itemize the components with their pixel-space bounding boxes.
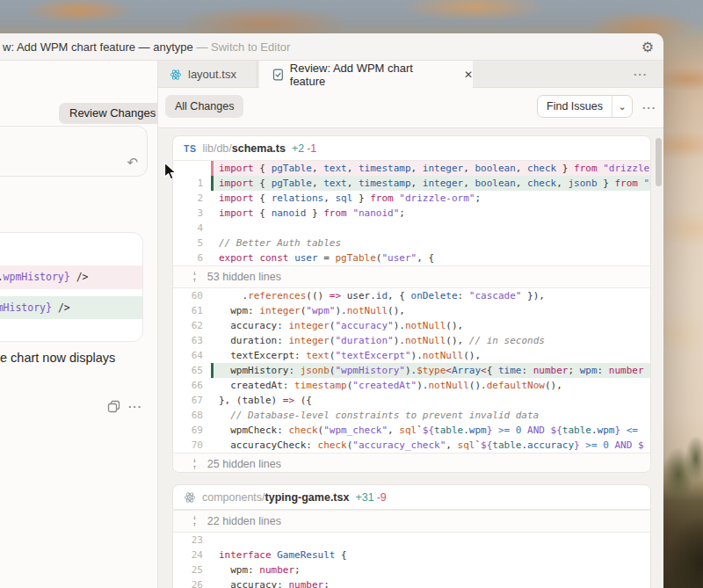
file-name: typing-game.tsx [265,491,350,504]
code-line: 5// Better Auth tables [173,236,650,250]
code-line: 3import { nanoid } from "nanoid"; [173,206,650,221]
file-header[interactable]: components/typing-game.tsx +31 -9 [173,485,650,510]
code-line: 70 accuracyCheck: check("accuracy_check"… [173,438,650,453]
tab-layout-tsx[interactable]: layout.tsx [158,61,257,88]
typescript-badge-icon: TS [184,143,196,154]
all-changes-button[interactable]: All Changes [165,95,243,118]
additions-count: +2 [292,142,304,155]
snippet-added-line: lt.wpmHistory} /> [0,296,142,319]
code-line: 67}, (table) => ({ [173,393,650,408]
code-line: 1import { pgTable, text, timestamp, inte… [173,176,650,191]
code-line: 6export const user = pgTable("user", { [173,250,650,265]
additions-count: +31 [355,491,373,504]
settings-gear-icon[interactable]: ⚙ [638,38,657,57]
react-icon [184,491,196,504]
code-line: 4 [173,221,650,236]
code-line: 63 duration: integer("duration").notNull… [173,333,650,348]
toolbar-more-icon[interactable]: ··· [642,101,656,114]
code-line: 2import { relations, sql } from "drizzle… [173,191,650,206]
code-line: 64 textExcerpt: text("textExcerpt").notN… [173,348,650,363]
react-icon [170,69,182,81]
app-window: w: Add WPM chart feature — anytype — Swi… [0,33,663,588]
undo-icon[interactable]: ↶ [127,155,138,171]
find-issues-label[interactable]: Find Issues [538,96,612,117]
code-line: 26 accuracy: number; [173,577,650,588]
close-tab-icon[interactable]: ✕ [464,69,473,81]
copy-icon[interactable] [107,400,120,413]
chat-sidebar: Review Changes ↶ esult.wpmHistory} /> lt… [0,61,158,588]
file-name: schema.ts [232,142,286,155]
code-line: 23 [173,533,650,548]
window-title: w: Add WPM chart feature — anytype — Swi… [3,40,290,54]
file-path: components/ [202,491,265,504]
code-line: 66 createdAt: timestamp("createdAt").not… [173,378,650,393]
scrollbar-thumb[interactable] [656,138,662,186]
code-line: 60 .references(() => user.id, { onDelete… [173,288,650,303]
message-more-icon[interactable]: ··· [128,400,142,413]
hidden-lines-expander[interactable]: ↓↑53 hidden lines [173,265,650,288]
file-header[interactable]: TS lib/db/schema.ts +2 -1 [173,136,650,161]
titlebar[interactable]: w: Add WPM chart feature — anytype — Swi… [0,33,663,61]
file-card-typing-game-tsx: components/typing-game.tsx +31 -9 ↓↑22 h… [172,484,651,588]
code-line: 65 wpmHistory: jsonb("wpmHistory").$type… [173,363,650,378]
message-input-box[interactable]: ↶ [0,126,148,177]
switch-to-editor-link[interactable]: — Switch to Editor [193,40,291,54]
tab-label: Review: Add WPM chart feature [290,62,449,88]
tab-label: layout.tsx [188,68,236,81]
chevron-down-icon[interactable]: ⌄ [612,96,632,117]
assistant-message-text: e chart now displays [0,351,115,365]
diff-snippet-card: esult.wpmHistory} /> lt.wpmHistory} /> [0,232,143,342]
diff-scroll-area[interactable]: TS lib/db/schema.ts +2 -1 import { pgTab… [158,128,663,588]
desktop: w: Add WPM chart feature — anytype — Swi… [0,0,703,588]
review-doc-icon [272,69,284,81]
code-diff: import { pgTable, text, timestamp, integ… [173,161,650,473]
code-line: 24interface GameResult { [173,548,650,563]
hidden-lines-expander[interactable]: ↓↑22 hidden lines [173,510,650,533]
file-path: lib/db/ [202,142,231,155]
tab-bar: layout.tsx Review: Add WPM chart feature… [158,61,663,88]
deletions-count: -1 [307,142,316,155]
find-issues-split-button[interactable]: Find Issues ⌄ [537,95,633,118]
code-line: 25 wpm: number; [173,563,650,577]
code-line: import { pgTable, text, timestamp, integ… [173,161,650,176]
tab-review-wpm-chart[interactable]: Review: Add WPM chart feature ✕ [259,61,473,89]
code-line: 68 // Database-level constraints to prev… [173,408,650,423]
review-toolbar: All Changes Find Issues ⌄ ··· [158,88,663,128]
code-line: 61 wpm: integer("wpm").notNull(), [173,303,650,318]
snippet-removed-line: esult.wpmHistory} /> [0,265,142,289]
review-changes-button[interactable]: Review Changes [59,103,166,124]
hidden-lines-expander[interactable]: ↓↑25 hidden lines [173,453,650,473]
deletions-count: -9 [377,491,387,504]
tab-overflow-icon[interactable]: ··· [634,68,648,81]
code-line: 69 wpmCheck: check("wpm_check", sql`${ta… [173,423,650,438]
code-diff: ↓↑22 hidden lines2324interface GameResul… [173,510,650,588]
file-card-schema-ts: TS lib/db/schema.ts +2 -1 import { pgTab… [172,135,651,473]
code-line: 62 accuracy: integer("accuracy").notNull… [173,318,650,333]
